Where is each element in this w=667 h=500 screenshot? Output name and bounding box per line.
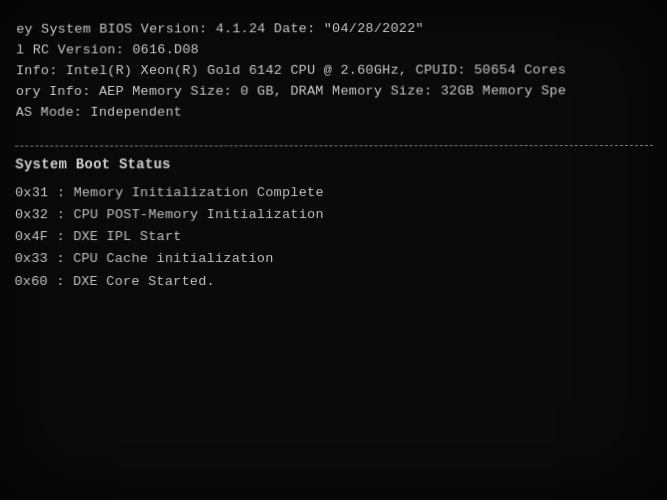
- status-entry-0: 0x31 : Memory Initialization Complete: [15, 182, 653, 205]
- bios-header-section: ey System BIOS Version: 4.1.24 Date: "04…: [16, 19, 653, 124]
- bios-content: ey System BIOS Version: 4.1.24 Date: "04…: [13, 19, 655, 488]
- boot-status-title: System Boot Status: [15, 156, 653, 172]
- status-sep-0: :: [57, 185, 74, 200]
- status-sep-4: :: [56, 274, 73, 289]
- bios-header-line-5: AS Mode: Independent: [16, 102, 653, 124]
- status-entry-2: 0x4F : DXE IPL Start: [15, 226, 654, 248]
- status-code-4: 0x60: [14, 274, 47, 289]
- status-sep-3: :: [56, 251, 73, 266]
- bios-header-line-3: Info: Intel(R) Xeon(R) Gold 6142 CPU @ 2…: [16, 60, 653, 82]
- status-code-0: 0x31: [15, 185, 48, 200]
- status-code-3: 0x33: [15, 251, 48, 266]
- status-desc-0: Memory Initialization Complete: [73, 185, 323, 200]
- status-sep-2: :: [56, 229, 73, 244]
- status-code-1: 0x32: [15, 207, 48, 222]
- status-desc-1: CPU POST-Memory Initialization: [73, 207, 323, 222]
- status-entry-3: 0x33 : CPU Cache initialization: [15, 248, 654, 270]
- status-entry-4: 0x60 : DXE Core Started.: [14, 271, 654, 293]
- bios-header-line-1: ey System BIOS Version: 4.1.24 Date: "04…: [16, 19, 652, 41]
- status-code-2: 0x4F: [15, 229, 48, 244]
- bios-header-line-2: l RC Version: 0616.D08: [16, 39, 652, 61]
- bios-screen: ey System BIOS Version: 4.1.24 Date: "04…: [0, 0, 667, 500]
- status-entry-1: 0x32 : CPU POST-Memory Initialization: [15, 204, 654, 227]
- status-desc-3: CPU Cache initialization: [73, 251, 274, 266]
- status-desc-2: DXE IPL Start: [73, 229, 182, 244]
- status-sep-1: :: [57, 207, 74, 222]
- boot-status-section: System Boot Status 0x31 : Memory Initial…: [14, 156, 654, 293]
- section-divider: [15, 145, 652, 147]
- bios-header-line-4: ory Info: AEP Memory Size: 0 GB, DRAM Me…: [16, 81, 653, 103]
- status-desc-4: DXE Core Started.: [73, 274, 215, 289]
